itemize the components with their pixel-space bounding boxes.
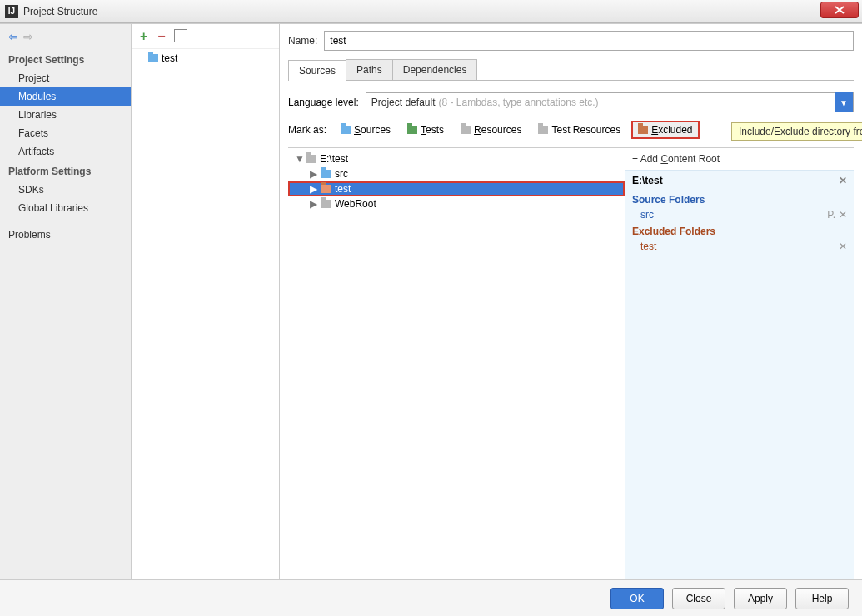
titlebar: IJ Project Structure	[0, 0, 862, 23]
sidebar-section-project-settings: Project Settings	[0, 49, 131, 69]
sources-folder-icon	[341, 126, 351, 134]
tree-toggle-icon[interactable]: ▼	[295, 153, 303, 165]
close-window-button[interactable]	[820, 2, 859, 18]
language-level-value: Project default	[371, 97, 436, 108]
sidebar-item-global-libraries[interactable]: Global Libraries	[0, 199, 131, 217]
folder-icon	[306, 155, 316, 163]
ok-button[interactable]: OK	[610, 588, 664, 609]
tree-root[interactable]: ▼ E:\test	[288, 152, 625, 166]
tree-toggle-icon[interactable]: ▶	[310, 168, 318, 180]
tab-sources[interactable]: Sources	[288, 60, 346, 81]
tree-item-src[interactable]: ▶ src	[288, 166, 625, 181]
module-name-input[interactable]	[324, 31, 854, 51]
sidebar-section-platform-settings: Platform Settings	[0, 161, 131, 181]
sidebar-item-modules[interactable]: Modules	[0, 87, 131, 106]
language-level-label: Language level:	[288, 97, 359, 108]
add-module-button[interactable]: +	[140, 29, 147, 44]
folder-icon	[321, 170, 331, 178]
remove-source-folder-icon[interactable]: ✕	[839, 209, 847, 221]
copy-module-button[interactable]	[176, 31, 187, 42]
module-item-label: test	[162, 52, 177, 64]
sidebar-item-problems[interactable]: Problems	[0, 226, 131, 244]
excluded-folder-entry[interactable]: test ✕	[625, 239, 854, 254]
remove-excluded-folder-icon[interactable]: ✕	[839, 241, 847, 252]
source-folder-label: src	[640, 209, 654, 221]
folder-icon	[321, 185, 331, 193]
mark-sources-button[interactable]: Sources	[335, 121, 396, 139]
folder-icon	[321, 200, 331, 208]
tab-dependencies[interactable]: Dependencies	[392, 59, 478, 80]
dialog-body: ⇦ ⇨ Project Settings Project Modules Lib…	[0, 23, 862, 579]
excluded-folders-header: Excluded Folders	[625, 222, 854, 239]
tree-item-webroot[interactable]: ▶ WebRoot	[288, 196, 625, 211]
tree-item-label: WebRoot	[335, 198, 376, 210]
language-level-hint: (8 - Lambdas, type annotations etc.)	[438, 97, 598, 108]
app-icon: IJ	[5, 5, 18, 18]
tree-item-label: test	[335, 183, 351, 195]
package-prefix-icon[interactable]: P.	[827, 209, 835, 221]
nav-arrows: ⇦ ⇨	[0, 24, 131, 49]
sidebar-item-sdks[interactable]: SDKs	[0, 181, 131, 199]
window-title: Project Structure	[23, 6, 97, 17]
sidebar-item-facets[interactable]: Facets	[0, 124, 131, 142]
sidebar-item-artifacts[interactable]: Artifacts	[0, 142, 131, 161]
mark-tests-label: Tests	[421, 124, 444, 136]
content-roots-pane: + Add Content Root E:\test ✕ Source Fold…	[625, 148, 854, 579]
tree-item-label: src	[335, 168, 348, 180]
excluded-folder-icon	[638, 126, 648, 134]
module-folder-icon	[148, 54, 158, 62]
mark-resources-label: Resources	[474, 124, 521, 136]
tab-paths[interactable]: Paths	[346, 59, 393, 80]
language-level-combo[interactable]: Project default (8 - Lambdas, type annot…	[366, 92, 854, 112]
excluded-tooltip: Include/Exclude directory from module (A…	[731, 122, 862, 141]
mark-as-label: Mark as:	[288, 124, 326, 136]
sidebar-item-libraries[interactable]: Libraries	[0, 106, 131, 124]
sidebar: ⇦ ⇨ Project Settings Project Modules Lib…	[0, 24, 132, 579]
close-button[interactable]: Close	[672, 588, 725, 609]
tree-toggle-icon[interactable]: ▶	[310, 198, 318, 210]
forward-arrow-icon[interactable]: ⇨	[23, 30, 33, 43]
module-tabs: Sources Paths Dependencies	[288, 59, 854, 81]
content-root-path-label: E:\test	[632, 175, 663, 186]
help-button[interactable]: Help	[795, 588, 849, 609]
mark-test-resources-button[interactable]: Test Resources	[532, 121, 626, 139]
mark-resources-button[interactable]: Resources	[455, 121, 527, 139]
tree-root-label: E:\test	[320, 153, 348, 165]
add-content-root-button[interactable]: + Add Content Root	[625, 148, 854, 171]
back-arrow-icon[interactable]: ⇦	[8, 30, 18, 43]
source-folders-header: Source Folders	[625, 191, 854, 207]
tests-folder-icon	[407, 126, 417, 134]
mark-test-resources-label: Test Resources	[551, 124, 620, 136]
module-item-test[interactable]: test	[132, 49, 279, 67]
remove-module-button[interactable]: −	[157, 29, 165, 44]
dropdown-arrow-icon[interactable]: ▼	[835, 92, 853, 112]
tree-item-test[interactable]: ▶ test	[288, 181, 625, 196]
excluded-folder-label: test	[640, 241, 656, 252]
main-area: Name: Sources Paths Dependencies Languag…	[280, 24, 862, 579]
remove-content-root-icon[interactable]: ✕	[839, 175, 847, 186]
test-resources-folder-icon	[538, 126, 548, 134]
mark-tests-button[interactable]: Tests	[401, 121, 450, 139]
name-row: Name:	[288, 31, 854, 51]
dialog-button-bar: OK Close Apply Help	[0, 579, 862, 616]
content-root-path[interactable]: E:\test ✕	[625, 171, 854, 191]
add-content-root-label: + Add Content Root	[632, 153, 720, 165]
mark-excluded-button[interactable]: Excluded	[631, 121, 699, 139]
language-level-row: Language level: Project default (8 - Lam…	[288, 92, 854, 112]
resources-folder-icon	[461, 126, 471, 134]
module-toolbar: + −	[132, 24, 279, 49]
apply-button[interactable]: Apply	[734, 588, 787, 609]
module-list-panel: + − test	[132, 24, 280, 579]
mark-excluded-label: Excluded	[651, 124, 692, 136]
tree-toggle-icon[interactable]: ▶	[310, 183, 318, 195]
mark-sources-label: Sources	[354, 124, 391, 136]
sources-split: ▼ E:\test ▶ src ▶ test ▶ WebRoot	[288, 147, 854, 579]
source-folder-entry[interactable]: src P. ✕	[625, 207, 854, 222]
sidebar-item-project[interactable]: Project	[0, 69, 131, 87]
content-tree: ▼ E:\test ▶ src ▶ test ▶ WebRoot	[288, 148, 625, 579]
name-label: Name:	[288, 35, 317, 47]
